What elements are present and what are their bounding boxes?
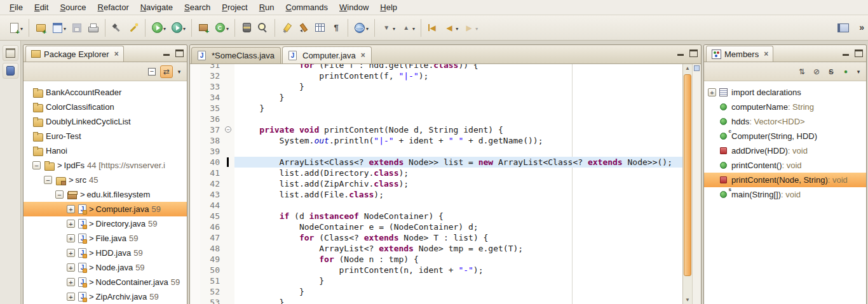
dropdown-arrow-icon[interactable] xyxy=(163,23,166,32)
collapse-icon[interactable]: − xyxy=(55,190,64,199)
close-icon[interactable] xyxy=(114,50,119,58)
fold-collapse-icon[interactable] xyxy=(225,126,231,133)
collapse-icon[interactable]: − xyxy=(32,161,41,169)
dropdown-arrow-icon[interactable] xyxy=(393,23,395,32)
code-line-33[interactable]: } xyxy=(240,81,682,92)
close-icon[interactable] xyxy=(361,51,365,59)
editor-scrollbar[interactable] xyxy=(682,64,692,304)
code-line-53[interactable]: } xyxy=(240,297,682,304)
editor-tab-computer-java[interactable]: Computer.java xyxy=(282,46,372,63)
search-button[interactable] xyxy=(255,20,271,36)
restore-view-button[interactable] xyxy=(3,45,18,61)
hide-static-button[interactable]: S xyxy=(825,65,837,78)
menu-file[interactable]: File xyxy=(4,1,29,14)
link-with-editor-button[interactable]: ⇄ xyxy=(160,65,173,78)
maximize-button[interactable] xyxy=(175,50,184,57)
menu-help[interactable]: Help xyxy=(374,1,403,14)
tree-item-hanoi[interactable]: Hanoi xyxy=(24,143,187,158)
minimize-button[interactable] xyxy=(163,50,171,57)
menu-search[interactable]: Search xyxy=(179,1,216,14)
open-web-browser-button[interactable] xyxy=(352,20,370,36)
back-button[interactable] xyxy=(442,20,460,36)
member-item-adddrive-hdd[interactable]: addDrive(HDD) : void xyxy=(704,143,866,158)
expand-icon[interactable]: + xyxy=(67,249,75,257)
dropdown-arrow-icon[interactable] xyxy=(456,23,458,32)
expand-icon[interactable]: + xyxy=(67,234,75,242)
tree-item-euro-test[interactable]: Euro-Test xyxy=(24,129,187,143)
tree-item-nodecontainer-java[interactable]: +>NodeContainer.java59 xyxy=(24,275,187,289)
open-artifact-button[interactable] xyxy=(50,20,68,36)
external-tools-button[interactable] xyxy=(169,20,187,36)
minimize-button[interactable] xyxy=(677,50,685,57)
maximize-button[interactable] xyxy=(855,50,863,57)
member-item-computername[interactable]: computerName : String xyxy=(704,100,866,114)
print-button[interactable] xyxy=(86,20,101,36)
editor-tab-someclass-java[interactable]: *SomeClass.java xyxy=(191,47,281,63)
tree-item-bankaccountreader[interactable]: BankAccountReader xyxy=(24,85,187,100)
code-line-34[interactable]: } xyxy=(240,92,682,103)
package-explorer-tab[interactable]: Package Explorer xyxy=(25,46,124,62)
member-item-main-string[interactable]: smain(String[]) : void xyxy=(704,187,866,202)
member-item-printcontent-node-string[interactable]: printContent(Node, String) : void xyxy=(704,173,866,187)
new-java-class-button[interactable] xyxy=(212,20,231,36)
new-wizard-button[interactable] xyxy=(6,20,25,36)
previous-annotation-button[interactable] xyxy=(398,20,417,36)
tree-item-node-java[interactable]: +>Node.java59 xyxy=(24,260,187,275)
code-line-39[interactable] xyxy=(240,146,682,157)
tree-item-edu-kit-filesystem[interactable]: −>edu.kit.filesystem xyxy=(24,187,187,202)
view-menu-button[interactable]: ▾ xyxy=(175,65,184,78)
expand-icon[interactable]: + xyxy=(67,278,75,286)
code-line-47[interactable]: for (Class<? extends Node> T : list) { xyxy=(240,232,682,243)
expand-icon[interactable]: + xyxy=(67,263,75,272)
open-type-button[interactable] xyxy=(239,20,254,36)
dropdown-arrow-icon[interactable] xyxy=(20,23,23,32)
member-item-hdds[interactable]: hdds : Vector<HDD> xyxy=(704,114,866,129)
scrapbook-view-button[interactable] xyxy=(3,63,18,79)
external-tools-wizard-button[interactable] xyxy=(126,20,141,36)
dropdown-arrow-icon[interactable] xyxy=(226,23,229,32)
code-line-44[interactable] xyxy=(240,200,682,211)
code-line-40[interactable]: ArrayList<Class<? extends Node>> list = … xyxy=(234,157,682,168)
dropdown-arrow-icon[interactable] xyxy=(64,23,66,32)
tree-item-hdd-java[interactable]: +>HDD.java59 xyxy=(24,246,187,260)
build-button[interactable] xyxy=(109,20,125,36)
scrollbar-thumb[interactable] xyxy=(684,74,691,276)
member-item-printcontent[interactable]: printContent() : void xyxy=(704,158,866,173)
view-menu-button[interactable]: ▾ xyxy=(854,65,863,78)
dropdown-arrow-icon[interactable] xyxy=(475,23,478,32)
expand-icon[interactable]: + xyxy=(67,220,75,228)
code-line-36[interactable] xyxy=(240,114,682,124)
menu-project[interactable]: Project xyxy=(216,1,253,14)
code-line-46[interactable]: NodeContainer e = (NodeContainer) d; xyxy=(240,221,682,232)
code-line-50[interactable]: printContent(n, ident + "-"); xyxy=(240,265,682,275)
mark-occurrences-button[interactable] xyxy=(279,20,294,36)
menu-window[interactable]: Window xyxy=(334,1,374,14)
tree-item-ipdfs[interactable]: −>IpdFs44 [https://svnserver.i xyxy=(24,158,187,173)
minimize-button[interactable] xyxy=(842,50,850,57)
tree-item-computer-java[interactable]: +>Computer.java59 xyxy=(24,202,187,216)
new-java-package-button[interactable] xyxy=(196,20,211,36)
java-perspective-button[interactable] xyxy=(836,20,851,36)
menu-edit[interactable]: Edit xyxy=(29,1,54,14)
collapse-icon[interactable]: − xyxy=(44,176,52,184)
hide-fields-button[interactable]: ⊘ xyxy=(810,65,823,78)
code-area[interactable]: for (File f : hdd.get(File.class)) { pri… xyxy=(234,64,682,304)
tree-item-src[interactable]: −>src45 xyxy=(24,173,187,187)
tree-item-directory-java[interactable]: +>Directory.java59 xyxy=(24,216,187,231)
maximize-button[interactable] xyxy=(689,50,698,57)
tree-item-colorclassification[interactable]: ColorClassification xyxy=(24,100,187,114)
code-line-37[interactable]: private void printContent(Node d, String… xyxy=(240,124,682,135)
code-line-38[interactable]: System.out.println("|-" + ident + " " + … xyxy=(240,135,682,146)
code-line-45[interactable]: if (d instanceof NodeContainer) { xyxy=(240,211,682,221)
hide-non-public-button[interactable]: ● xyxy=(839,65,852,78)
run-button[interactable] xyxy=(149,20,168,36)
code-line-41[interactable]: list.add(Directory.class); xyxy=(240,168,682,178)
member-item-import-declarations[interactable]: +import declarations xyxy=(704,85,866,100)
dropdown-arrow-icon[interactable] xyxy=(412,23,415,32)
dropdown-arrow-icon[interactable] xyxy=(183,23,186,32)
annotate-button[interactable] xyxy=(295,20,311,36)
collapse-all-button[interactable]: − xyxy=(146,65,158,78)
toolbar-overflow-button[interactable]: » xyxy=(859,22,864,32)
menu-source[interactable]: Source xyxy=(54,1,92,14)
code-line-51[interactable]: } xyxy=(240,275,682,286)
